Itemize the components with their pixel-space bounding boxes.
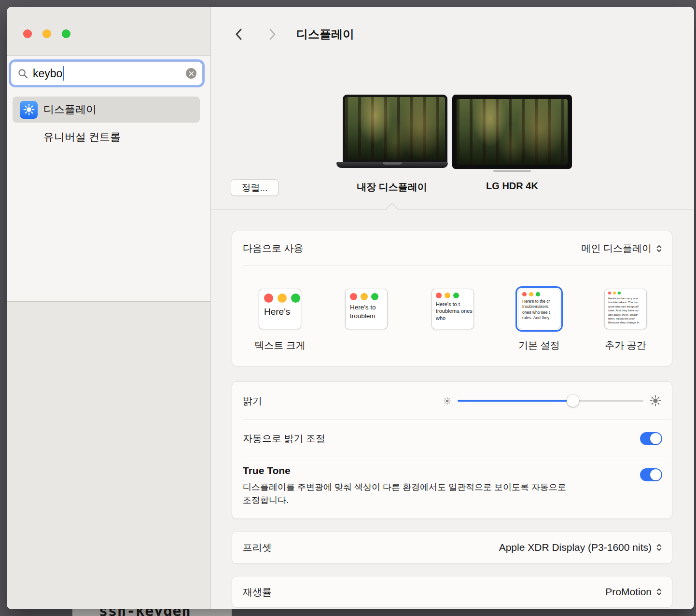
close-button[interactable] [23,29,32,38]
arrange-displays-button[interactable]: 정렬... [231,179,278,196]
mini-traffic-lights [518,289,560,296]
brightness-bright-icon [650,395,661,406]
minimize-button[interactable] [42,29,51,38]
selected-display-caret [386,203,398,215]
scaling-option-2[interactable]: Here's to troublem [345,289,388,329]
search-icon [18,69,28,79]
zoom-button[interactable] [62,29,70,38]
text-cursor [63,66,64,81]
laptop-base [336,162,448,168]
forward-button[interactable] [265,27,279,42]
scaling-caption-larger-text: 텍스트 크게 [241,339,319,352]
scaling-preview: Here's to t troublema ones who [432,289,474,329]
preset-label: 프리셋 [243,541,272,554]
display-thumbnail-external[interactable] [452,95,572,169]
use-as-value: 메인 디스플레이 [581,242,652,255]
brightness-card: 밝기 자동으로 밝기 조절 [232,381,672,519]
search-results-panel: keybo [7,56,210,302]
refresh-rate-popup[interactable]: ProMotion [605,586,662,598]
main-content: 디스플레이 정렬... 내장 디스플레이 LG HDR 4K 다음으로 사용 메… [211,7,694,609]
display-options-card: 다음으로 사용 메인 디스플레이 Here's [232,231,672,366]
external-display-label: LG HDR 4K [457,181,568,192]
scaling-preview: Here's to troublem [345,289,388,329]
traffic-lights [23,29,70,38]
mini-traffic-lights [432,289,473,298]
brightness-slider-knob[interactable] [567,394,579,407]
monitor-stand [493,170,531,172]
search-input[interactable]: keybo [11,61,203,85]
search-query-text: keybo [33,67,62,80]
auto-brightness-toggle[interactable] [640,432,662,445]
page-title: 디스플레이 [296,27,354,42]
chevron-up-down-icon [656,587,662,597]
preset-value: Apple XDR Display (P3-1600 nits) [499,542,652,553]
search-result-universal-control[interactable]: 유니버설 컨트롤 [13,124,200,150]
true-tone-label: True Tone [243,465,662,476]
scaling-preview: Here's to the crazy one troublemakers. T… [604,289,647,329]
refresh-rate-label: 재생률 [243,586,272,599]
scaling-option-default[interactable]: Here's to the cr troublemakers. ones who… [518,289,560,329]
scaling-caption-default: 기본 설정 [501,339,578,352]
wallpaper-image [345,97,445,160]
laptop-screen [343,95,447,162]
brightness-slider-fill [458,400,573,402]
preset-card: 프리셋 Apple XDR Display (P3-1600 nits) [232,531,672,564]
brightness-slider[interactable] [458,394,643,407]
mini-traffic-lights [346,289,387,300]
scaling-caption-more-space: 추가 공간 [587,339,664,352]
true-tone-toggle[interactable] [640,468,662,481]
settings-window: keybo [7,7,694,609]
builtin-display-label: 내장 디스플레이 [336,181,447,194]
brightness-dim-icon [443,397,451,405]
use-as-label: 다음으로 사용 [243,242,304,255]
clear-search-button[interactable] [186,68,196,79]
display-settings-icon [20,101,38,119]
search-result-label: 유니버설 컨트롤 [43,130,121,144]
back-button[interactable] [232,27,245,42]
chevron-up-down-icon [656,244,662,253]
true-tone-description: 디스플레이를 주변광에 맞춰 색상이 다른 환경에서도 일관적으로 보이도록 자… [243,481,602,507]
preset-popup[interactable]: Apple XDR Display (P3-1600 nits) [499,542,662,553]
mini-traffic-lights [605,289,646,294]
search-result-displays[interactable]: 디스플레이 [13,97,200,123]
scaling-tick-line [342,344,484,344]
refresh-rate-value: ProMotion [605,586,652,598]
mini-traffic-lights [259,289,301,303]
toggle-knob [650,469,661,480]
toggle-knob [650,433,661,444]
scaling-preview: Here's [259,289,301,329]
chevron-up-down-icon [656,543,662,552]
scaling-option-larger-text[interactable]: Here's [259,289,301,329]
use-as-popup[interactable]: 메인 디스플레이 [581,242,662,255]
search-result-label: 디스플레이 [43,102,97,117]
brightness-label: 밝기 [243,394,262,407]
section-divider [211,209,694,210]
scaling-option-more-space[interactable]: Here's to the crazy one troublemakers. T… [604,289,647,329]
sidebar: keybo [7,7,211,609]
resolution-scaling-options: Here's Here's to troublem Here's to t tr… [232,266,672,366]
auto-brightness-label: 자동으로 밝기 조절 [243,432,325,445]
refresh-rate-card: 재생률 ProMotion [232,576,672,608]
wallpaper-image [457,99,568,165]
scaling-preview: Here's to the cr troublemakers. ones who… [518,289,560,329]
display-thumbnail-builtin[interactable] [336,95,448,168]
scaling-option-3[interactable]: Here's to t troublema ones who [432,289,474,329]
